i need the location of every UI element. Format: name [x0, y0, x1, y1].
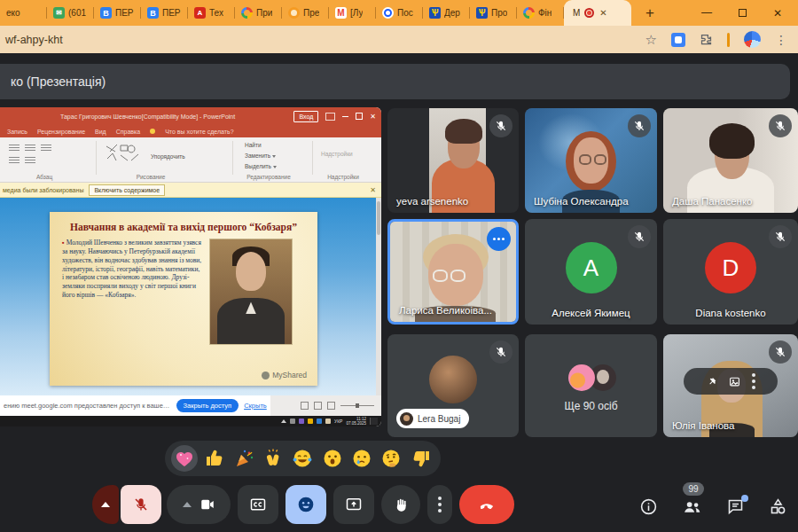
ppt-maximize-icon[interactable] — [356, 113, 363, 120]
browser-tab[interactable]: Пос — [376, 0, 423, 26]
profile-avatar[interactable] — [744, 31, 761, 48]
tray-icon[interactable] — [308, 419, 313, 424]
ppt-tab-record[interactable]: Запись — [7, 129, 27, 135]
reaction-sparkling-heart[interactable] — [171, 445, 198, 472]
reaction-thinking[interactable] — [378, 445, 404, 472]
effects-icon[interactable] — [729, 376, 740, 387]
participant-tile[interactable]: D Diana kostenko — [663, 219, 798, 325]
taskbar-clock[interactable]: 11:1207.05.2025 — [346, 417, 366, 426]
ppt-tab-help[interactable]: Справка — [116, 129, 140, 135]
translate-icon[interactable] — [671, 33, 685, 47]
participant-tile[interactable]: Lera Bugaj — [387, 334, 519, 437]
url-text[interactable]: wf-ahpy-kht — [0, 34, 63, 46]
tray-icon[interactable] — [299, 419, 304, 424]
reaction-thumbs-down[interactable] — [408, 445, 434, 472]
browser-tab[interactable]: ВПЕР — [94, 0, 141, 26]
slide-scrollbar[interactable] — [376, 198, 381, 395]
ppt-signin-button[interactable]: Вход — [293, 111, 318, 122]
browser-menu-icon[interactable]: ⋮ — [775, 33, 787, 47]
tab-close-icon[interactable]: ✕ — [599, 8, 606, 18]
more-options-button[interactable] — [427, 485, 452, 524]
browser-tab-active-meet[interactable]: М ✕ — [564, 0, 631, 26]
chat-button[interactable] — [726, 497, 745, 516]
participants-button[interactable]: 99 — [682, 497, 702, 517]
reaction-crying[interactable] — [348, 445, 375, 472]
stop-sharing-button[interactable]: Закрыть доступ — [176, 399, 239, 412]
activities-button[interactable] — [769, 497, 787, 516]
ppt-tab-view[interactable]: Вид — [95, 129, 106, 135]
reaction-thumbs-up[interactable] — [201, 445, 228, 472]
extensions-icon[interactable] — [700, 33, 713, 46]
browser-tab[interactable]: При — [235, 0, 282, 26]
overflow-tile[interactable]: Ще 90 осіб — [525, 334, 657, 437]
reaction-surprised[interactable] — [319, 445, 346, 472]
close-window-icon[interactable]: ✕ — [773, 7, 782, 20]
addins-button[interactable]: Надстройки — [321, 151, 353, 157]
meeting-details-button[interactable] — [639, 497, 658, 516]
enable-content-button[interactable]: Включить содержимое — [89, 184, 165, 196]
participant-tile[interactable]: A Алексей Якимец — [525, 219, 657, 325]
reaction-tears-of-joy[interactable] — [289, 445, 316, 472]
participant-tile[interactable]: Даша Панасенко — [663, 108, 798, 213]
paragraph-icon[interactable] — [9, 145, 20, 152]
browser-tab[interactable]: AТех — [188, 0, 235, 26]
browser-tab[interactable]: ✉(601 — [47, 0, 94, 26]
tray-chevron-icon[interactable] — [281, 419, 286, 423]
paragraph-icon[interactable] — [25, 145, 35, 152]
browser-tab[interactable]: Фін — [517, 0, 564, 26]
paragraph-icon[interactable] — [9, 157, 20, 164]
tray-icon[interactable] — [317, 419, 322, 424]
notification-center-icon[interactable] — [370, 418, 378, 425]
camera-button[interactable] — [167, 485, 231, 524]
arrange-button[interactable]: Упорядочить — [151, 153, 185, 160]
reaction-party-popper[interactable] — [231, 445, 257, 472]
tray-icon[interactable] — [290, 419, 295, 424]
camera-options-chevron-icon[interactable] — [183, 502, 192, 507]
tray-icon[interactable] — [325, 419, 331, 424]
end-call-button[interactable] — [459, 485, 514, 524]
browser-tab[interactable]: ѰПро — [470, 0, 517, 26]
browser-tab[interactable]: ВПЕР — [141, 0, 188, 26]
minimize-window-icon[interactable]: — — [701, 0, 712, 26]
find-button[interactable]: Найти — [245, 142, 262, 148]
participant-tile[interactable]: yeva arsenenko — [387, 108, 519, 213]
shapes-gallery-icon[interactable] — [105, 143, 144, 168]
ppt-tab-review[interactable]: Рецензирование — [37, 129, 85, 135]
mic-muted-button[interactable] — [121, 485, 161, 524]
browser-tab[interactable]: ѰДер — [423, 0, 470, 26]
shared-screen[interactable]: Тарас Григорович Шевченко[Compatibility … — [0, 107, 381, 426]
ppt-minimize-icon[interactable] — [342, 116, 348, 117]
replace-button[interactable]: Заменить — [245, 153, 276, 159]
mic-options-chevron-icon[interactable] — [92, 485, 119, 524]
view-icon[interactable] — [314, 402, 322, 410]
reactions-button-active[interactable] — [286, 485, 326, 524]
participant-tile-active-speaker[interactable]: Лариса Великоіва... — [387, 219, 519, 325]
ppt-close-icon[interactable]: ✕ — [370, 113, 376, 121]
warning-close-icon[interactable]: ✕ — [370, 186, 381, 194]
participant-tile[interactable]: Юлія Іванова — [663, 334, 798, 437]
view-icon[interactable] — [301, 402, 309, 410]
tile-options-icon[interactable] — [487, 227, 511, 251]
participant-tile[interactable]: Шубіна Олександра — [525, 108, 657, 213]
browser-address-bar[interactable]: wf-ahpy-kht ☆ ⋮ — [0, 26, 798, 53]
captions-button[interactable] — [238, 485, 278, 524]
hide-link[interactable]: Скрыть — [244, 402, 267, 410]
browser-tab[interactable]: M[Лу — [329, 0, 376, 26]
paragraph-icon[interactable] — [25, 157, 35, 164]
language-indicator[interactable]: УКР — [334, 419, 342, 424]
new-tab-button[interactable]: + — [645, 4, 654, 22]
present-screen-button[interactable] — [333, 485, 374, 524]
ppt-tell-me[interactable]: Что вы хотите сделать? — [165, 129, 233, 135]
mic-control[interactable] — [92, 485, 161, 524]
ppt-share-icon[interactable] — [325, 113, 335, 121]
tile-options-icon[interactable] — [752, 373, 755, 389]
browser-tab[interactable]: Пре — [282, 0, 329, 26]
reaction-clapping-hands[interactable] — [260, 445, 286, 472]
maximize-window-icon[interactable] — [739, 9, 747, 17]
browser-tab[interactable]: еко — [0, 0, 47, 26]
raise-hand-button[interactable] — [381, 485, 420, 524]
pin-icon[interactable] — [706, 376, 717, 387]
view-icon[interactable] — [327, 402, 335, 410]
zoom-slider[interactable] — [340, 405, 374, 406]
bookmark-star-icon[interactable]: ☆ — [645, 32, 657, 48]
